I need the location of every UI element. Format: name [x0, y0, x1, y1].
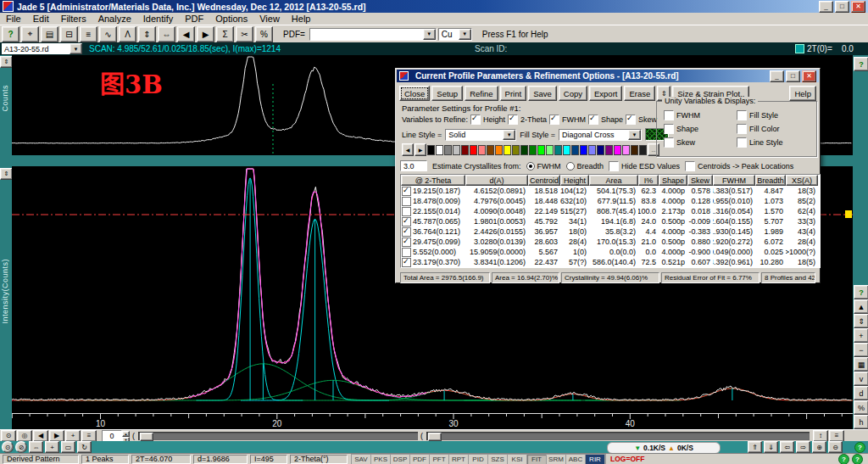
h-scrollbar-thumb[interactable] — [140, 433, 153, 441]
readout-h-button[interactable]: h — [854, 415, 868, 429]
palette-next-icon[interactable]: ▶ — [415, 143, 426, 156]
palette-color[interactable] — [461, 145, 469, 155]
unity-option-fill-style[interactable]: Fill Style — [737, 110, 778, 120]
palette-color[interactable] — [444, 145, 452, 155]
help-icon[interactable]: ? — [2, 26, 19, 42]
palette-color[interactable] — [478, 145, 486, 155]
column-header-height[interactable]: Height — [560, 175, 589, 186]
record-icon[interactable]: ⊙ — [2, 441, 14, 453]
cut-icon[interactable]: ✂ — [236, 26, 253, 42]
profile-table-row[interactable]: 29.475(0.099)3.0280(0.0139)28.60328(4)17… — [401, 237, 820, 247]
help-button[interactable]: Help — [789, 86, 816, 101]
radio-icon[interactable] — [566, 162, 575, 171]
palette-color[interactable] — [529, 145, 537, 155]
h-scrollbar[interactable] — [138, 432, 418, 440]
checkbox-icon[interactable] — [685, 161, 695, 171]
column-header-xs-a[interactable]: XS(A) — [786, 175, 818, 186]
pdf-filter-combo[interactable]: ▼ — [309, 28, 437, 41]
mode-toggle-abc[interactable]: ABC — [566, 455, 586, 464]
column-header-2-theta[interactable]: @ 2-Theta — [401, 175, 465, 186]
readout-percent-button[interactable]: % — [854, 400, 868, 415]
checkbox-icon[interactable] — [664, 110, 674, 120]
profile-table-row[interactable]: 36.764(0.121)2.4426(0.0155)36.95718(0)35… — [401, 226, 820, 237]
column-header-fwhm[interactable]: FWHM — [713, 175, 755, 186]
dropdown-arrow-icon[interactable]: ▼ — [423, 29, 436, 40]
menu-item-edit[interactable]: Edit — [27, 13, 55, 25]
refine-button[interactable]: Refine — [465, 86, 498, 101]
window-titlebar[interactable]: Jade 5 [Administrator/Materials Data, In… — [0, 0, 868, 13]
minimize-button[interactable]: _ — [819, 1, 833, 13]
close-button[interactable]: ✕ — [851, 1, 865, 13]
refine-variable-skew[interactable]: Skew — [626, 115, 657, 125]
estimate-radio-breadth[interactable]: Breadth — [566, 162, 604, 171]
palette-color[interactable] — [571, 145, 579, 155]
unity-option-fwhm[interactable]: FWHM — [664, 110, 700, 120]
refine-variable-2-theta[interactable]: 2-Theta — [508, 115, 547, 125]
arrow-down-icon[interactable]: ⇓ — [764, 441, 778, 453]
checkbox-icon[interactable] — [664, 124, 674, 134]
arrow-right-icon[interactable]: ⇨ — [796, 441, 810, 453]
profile-table-row[interactable]: 5.552(0.000)15.9059(0.0000)5.5671(0)0.0(… — [401, 247, 820, 257]
cursor-icon[interactable]: ⌖ — [21, 26, 39, 42]
readout-d-button[interactable]: d — [854, 386, 868, 400]
open-file-icon[interactable]: ▤ — [41, 26, 58, 42]
refine-variable-shape[interactable]: Shape — [588, 115, 623, 125]
close-button[interactable]: Close — [399, 86, 430, 101]
column-header-centroid[interactable]: Centroid — [528, 175, 560, 186]
mode-toggle-szs[interactable]: SZS — [488, 455, 508, 464]
arrow-left-icon[interactable]: ⇦ — [780, 441, 794, 453]
unity-option-fill-color[interactable]: Fill Color — [737, 124, 780, 134]
fill-style-combo[interactable]: Diagonal Cross ▼ — [559, 129, 642, 141]
menu-item-pdf[interactable]: PDF — [179, 13, 209, 25]
profile-table-row[interactable]: 23.179(0.370)3.8341(0.1206)22.43757(?)58… — [401, 257, 820, 267]
origin-icon[interactable]: ◎ — [17, 430, 32, 442]
print-icon[interactable]: ⊟ — [60, 26, 78, 42]
snap-icon[interactable]: ⊙ — [1, 430, 16, 442]
menu-item-view[interactable]: View — [253, 13, 286, 25]
zoom-range-bar[interactable] — [426, 432, 810, 440]
grid-icon[interactable]: ▦ — [854, 357, 868, 372]
palette-color[interactable] — [453, 145, 460, 155]
restore-button[interactable]: □ — [835, 1, 849, 13]
profile-table-row[interactable]: 19.215(0.187)4.6152(0.0891)18.518104(12)… — [401, 186, 820, 196]
pan-up-icon[interactable]: ▲ — [854, 299, 868, 314]
reference-handle-icon[interactable] — [845, 210, 852, 218]
setup-button[interactable]: Setup — [431, 86, 463, 101]
menu-item-identify[interactable]: Identify — [137, 13, 179, 25]
help-icon[interactable]: ? — [852, 454, 863, 464]
checkbox-icon[interactable] — [664, 137, 674, 148]
mode-toggle-fit[interactable]: FIT — [527, 455, 547, 464]
axis-options-icon[interactable]: ⇕ — [0, 168, 13, 180]
row-checkbox-icon[interactable] — [402, 227, 411, 237]
column-header-breadth[interactable]: Breadth — [755, 175, 786, 186]
column-header-shape[interactable]: Shape — [659, 175, 687, 186]
box-icon[interactable]: ▭ — [61, 441, 75, 453]
help-icon[interactable]: ? — [854, 442, 865, 453]
palette-color[interactable] — [470, 145, 477, 155]
palette-color[interactable] — [546, 145, 554, 155]
erase-button[interactable]: Erase — [624, 86, 655, 101]
palette-color[interactable] — [487, 145, 494, 155]
previous-scan-icon[interactable]: ◀ — [177, 26, 195, 42]
line-style-combo[interactable]: Solid ▼ — [445, 129, 516, 141]
column-header-skew[interactable]: Skew — [687, 175, 713, 186]
palette-color[interactable] — [614, 145, 621, 155]
checkbox-icon[interactable] — [737, 137, 747, 148]
mode-toggle-pft[interactable]: PFT — [430, 455, 449, 464]
estimate-check-centroids-peak-locations[interactable]: Centroids -> Peak Locations — [685, 161, 793, 171]
mode-toggle-pid[interactable]: PID — [469, 455, 488, 464]
swap-icon[interactable]: ⇔ — [29, 441, 43, 453]
checkbox-icon[interactable] — [737, 110, 747, 120]
palette-color[interactable] — [436, 145, 443, 155]
mode-toggle-srm[interactable]: SRM — [547, 455, 566, 464]
refine-variable-fwhm[interactable]: FWHM — [549, 115, 586, 125]
estimate-radio-fwhm[interactable]: FWHM — [526, 162, 561, 171]
disabled-icon[interactable]: ⊘ — [15, 441, 27, 453]
network-speed-widget[interactable]: ▼ 0.1K/S ▲ 0K/S — [607, 442, 721, 454]
checkbox-icon[interactable] — [549, 115, 559, 125]
offset-spinbox[interactable]: 0 — [102, 430, 122, 442]
two-theta-zero-icon[interactable] — [795, 44, 804, 53]
palette-color[interactable] — [554, 145, 562, 155]
palette-color[interactable] — [512, 145, 520, 155]
mode-toggle-pks[interactable]: PKS — [371, 455, 391, 464]
